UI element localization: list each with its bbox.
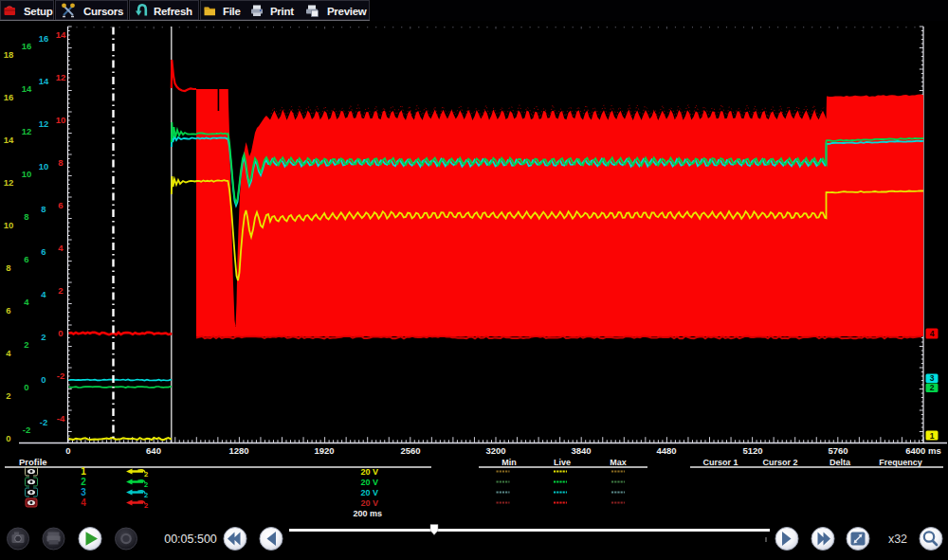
svg-text:16: 16 [4,92,14,102]
svg-text:12: 12 [22,126,32,136]
svg-text:12: 12 [4,177,14,188]
svg-text:2: 2 [144,491,148,499]
svg-text:-2: -2 [57,370,64,381]
svg-text:5760: 5760 [828,445,848,456]
svg-text:8: 8 [58,157,63,168]
svg-text:-2: -2 [23,425,30,435]
svg-text:4: 4 [41,289,46,299]
svg-text:20 V: 20 V [360,478,378,487]
svg-text:8: 8 [41,204,46,214]
svg-text:10: 10 [22,169,32,179]
svg-text:20 V: 20 V [360,488,378,497]
svg-text:2: 2 [6,390,10,401]
svg-text:1920: 1920 [314,445,334,456]
svg-text:Setup: Setup [24,6,53,17]
svg-text:16: 16 [22,41,32,51]
svg-text:4480: 4480 [656,445,676,456]
svg-text:4: 4 [58,243,64,253]
svg-text:4: 4 [930,329,935,338]
svg-text:0: 0 [65,445,70,456]
svg-text:1: 1 [81,466,86,477]
svg-text:2: 2 [41,332,46,342]
svg-text:0: 0 [41,374,46,385]
svg-text:12: 12 [56,72,66,82]
svg-text:2: 2 [144,480,148,489]
svg-text:3: 3 [930,373,935,383]
svg-text:File: File [223,6,241,17]
svg-text:4: 4 [24,297,29,307]
svg-text:Live: Live [554,458,571,467]
svg-text:18: 18 [4,49,14,60]
svg-text:Print: Print [270,6,294,17]
svg-text:10: 10 [39,161,49,172]
svg-text:14: 14 [39,76,49,86]
svg-text:8: 8 [24,211,28,222]
svg-text:-2: -2 [40,417,47,427]
svg-text:1: 1 [930,431,935,441]
svg-text:Max: Max [610,458,627,467]
svg-text:Cursor 2: Cursor 2 [762,458,797,467]
svg-text:640: 640 [146,445,161,456]
svg-text:00:05:500: 00:05:500 [164,533,217,546]
svg-text:Min: Min [501,458,517,467]
svg-text:0: 0 [6,433,10,443]
svg-text:2: 2 [144,470,148,479]
svg-text:14: 14 [4,135,14,145]
svg-text:Cursors: Cursors [83,6,123,17]
svg-text:2: 2 [81,477,86,487]
svg-text:6: 6 [6,305,10,316]
svg-text:3840: 3840 [571,445,591,456]
svg-text:4: 4 [81,497,86,508]
svg-text:0: 0 [24,382,28,392]
svg-text:2: 2 [24,339,28,350]
svg-text:12: 12 [39,118,49,129]
svg-text:3200: 3200 [485,445,505,456]
svg-text:2: 2 [58,285,63,296]
svg-text:Refresh: Refresh [154,6,192,17]
svg-text:5120: 5120 [742,445,762,456]
svg-text:x32: x32 [888,533,907,546]
svg-text:Cursor 1: Cursor 1 [702,458,738,467]
svg-text:3: 3 [81,487,86,497]
svg-text:16: 16 [39,33,49,44]
svg-text:10: 10 [56,115,66,125]
svg-text:10: 10 [4,220,14,230]
svg-text:14: 14 [22,83,32,94]
svg-text:2560: 2560 [400,445,420,456]
svg-text:-4: -4 [57,413,65,424]
svg-text:4: 4 [6,348,11,358]
svg-text:Profile: Profile [19,457,47,467]
svg-text:2: 2 [930,383,935,392]
svg-text:200 ms: 200 ms [353,509,382,518]
svg-text:Frequency: Frequency [879,458,922,467]
svg-text:20 V: 20 V [360,498,378,508]
svg-text:2: 2 [144,501,148,510]
svg-text:6: 6 [41,246,46,257]
svg-text:Preview: Preview [327,6,367,17]
svg-text:14: 14 [56,29,66,40]
svg-text:6: 6 [58,200,63,210]
svg-text:0: 0 [58,328,63,338]
svg-text:Delta: Delta [830,458,851,467]
svg-text:6400 ms: 6400 ms [905,445,941,456]
svg-text:6: 6 [24,254,28,264]
svg-text:8: 8 [6,262,10,273]
svg-text:20 V: 20 V [360,467,378,477]
svg-text:1280: 1280 [228,445,248,456]
